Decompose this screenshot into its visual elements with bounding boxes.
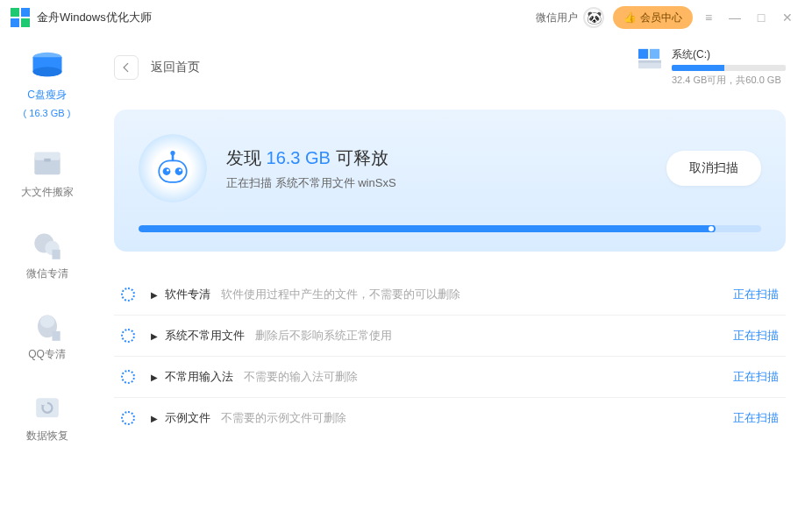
banner-prefix: 发现 bbox=[226, 148, 267, 167]
svg-rect-11 bbox=[36, 398, 59, 417]
spinner-icon bbox=[121, 287, 135, 301]
list-item[interactable]: ▶ 不常用输入法 不需要的输入法可删除 正在扫描 bbox=[114, 357, 786, 398]
main-panel: 返回首页 系统(C:) 32.4 GB可用，共60.0 GB bbox=[95, 35, 805, 532]
list-item[interactable]: ▶ 系统不常用文件 删除后不影响系统正常使用 正在扫描 bbox=[114, 316, 786, 357]
spinner-icon bbox=[121, 329, 135, 343]
sidebar-item-recovery[interactable]: 数据恢复 bbox=[0, 387, 94, 449]
row-desc: 不需要的示例文件可删除 bbox=[221, 410, 346, 426]
row-desc: 删除后不影响系统正常使用 bbox=[255, 328, 392, 344]
sidebar: C盘瘦身 ( 16.3 GB ) 大文件搬家 微信专清 QQ专清 数 bbox=[0, 35, 95, 532]
drive-info: 系统(C:) 32.4 GB可用，共60.0 GB bbox=[637, 47, 786, 87]
spinner-icon bbox=[121, 370, 135, 384]
back-button[interactable] bbox=[114, 55, 139, 80]
top-nav: 返回首页 系统(C:) 32.4 GB可用，共60.0 GB bbox=[95, 35, 805, 94]
row-desc: 软件使用过程中产生的文件，不需要的可以删除 bbox=[221, 287, 460, 302]
row-title: 不常用输入法 bbox=[165, 369, 233, 385]
app-logo-icon bbox=[11, 8, 30, 27]
sidebar-item-qq[interactable]: QQ专清 bbox=[0, 305, 94, 367]
avatar[interactable]: 🐼 bbox=[583, 7, 604, 28]
svg-rect-17 bbox=[172, 154, 175, 160]
sidebar-item-cdisk[interactable]: C盘瘦身 ( 16.3 GB ) bbox=[0, 46, 94, 124]
sidebar-item-sub: ( 16.3 GB ) bbox=[24, 108, 71, 118]
sidebar-item-label: 数据恢复 bbox=[26, 429, 68, 443]
windows-drive-icon bbox=[637, 47, 663, 70]
robot-icon bbox=[139, 134, 207, 202]
banner-subtitle: 正在扫描 系统不常用文件 winSxS bbox=[226, 175, 647, 191]
box-icon bbox=[28, 148, 67, 180]
row-title: 系统不常用文件 bbox=[165, 328, 245, 344]
svg-rect-14 bbox=[638, 49, 648, 59]
close-icon[interactable]: ✕ bbox=[780, 11, 794, 25]
disk-icon bbox=[28, 51, 67, 82]
svg-rect-4 bbox=[44, 159, 50, 162]
wechat-clean-icon bbox=[28, 230, 67, 261]
titlebar: 金舟Windows优化大师 微信用户 🐼 👍 会员中心 ≡ ― □ ✕ bbox=[0, 0, 805, 35]
chevron-right-icon: ▶ bbox=[151, 372, 158, 382]
svg-rect-10 bbox=[52, 331, 60, 341]
row-status: 正在扫描 bbox=[733, 369, 779, 385]
sidebar-item-label: QQ专清 bbox=[28, 347, 66, 362]
window-controls: ≡ ― □ ✕ bbox=[702, 11, 794, 25]
back-label[interactable]: 返回首页 bbox=[151, 60, 200, 75]
row-desc: 不需要的输入法可删除 bbox=[244, 369, 358, 385]
chevron-right-icon: ▶ bbox=[151, 414, 158, 423]
row-status: 正在扫描 bbox=[733, 410, 779, 426]
svg-point-1 bbox=[32, 67, 61, 76]
thumbs-up-icon: 👍 bbox=[623, 11, 637, 24]
svg-point-20 bbox=[175, 167, 183, 175]
scan-banner: 发现 16.3 GB 可释放 正在扫描 系统不常用文件 winSxS 取消扫描 bbox=[114, 110, 786, 252]
row-title: 示例文件 bbox=[165, 410, 210, 426]
spinner-icon bbox=[121, 411, 135, 425]
drive-name: 系统(C:) bbox=[672, 47, 786, 62]
svg-point-21 bbox=[167, 169, 169, 172]
cancel-scan-button[interactable]: 取消扫描 bbox=[666, 151, 761, 186]
row-title: 软件专清 bbox=[165, 287, 210, 302]
sidebar-item-wechat[interactable]: 微信专清 bbox=[0, 224, 94, 287]
banner-title: 发现 16.3 GB 可释放 bbox=[226, 146, 647, 170]
vip-label: 会员中心 bbox=[640, 11, 682, 25]
vip-button[interactable]: 👍 会员中心 bbox=[613, 6, 693, 29]
svg-rect-15 bbox=[650, 49, 659, 59]
svg-rect-7 bbox=[52, 250, 60, 259]
banner-suffix: 可释放 bbox=[331, 148, 388, 167]
menu-icon[interactable]: ≡ bbox=[702, 11, 716, 25]
arrow-left-icon bbox=[120, 61, 132, 74]
maximize-icon[interactable]: □ bbox=[754, 11, 768, 25]
minimize-icon[interactable]: ― bbox=[728, 11, 742, 25]
sidebar-item-bigfile[interactable]: 大文件搬家 bbox=[0, 143, 94, 205]
user-label: 微信用户 bbox=[536, 11, 578, 25]
scan-progress-bar bbox=[139, 225, 761, 232]
list-item[interactable]: ▶ 软件专清 软件使用过程中产生的文件，不需要的可以删除 正在扫描 bbox=[114, 274, 786, 316]
row-status: 正在扫描 bbox=[733, 287, 779, 302]
drive-usage-bar bbox=[672, 65, 786, 71]
sidebar-item-label: 微信专清 bbox=[26, 266, 68, 281]
banner-size: 16.3 GB bbox=[267, 148, 331, 167]
svg-point-22 bbox=[179, 169, 182, 172]
chevron-right-icon: ▶ bbox=[151, 331, 158, 341]
drive-sub: 32.4 GB可用，共60.0 GB bbox=[672, 74, 786, 87]
svg-rect-13 bbox=[638, 60, 661, 63]
recovery-icon bbox=[28, 392, 67, 423]
app-title: 金舟Windows优化大师 bbox=[37, 10, 152, 25]
sidebar-item-label: 大文件搬家 bbox=[21, 185, 74, 200]
list-item[interactable]: ▶ 示例文件 不需要的示例文件可删除 正在扫描 bbox=[114, 398, 786, 438]
sidebar-item-label: C盘瘦身 bbox=[27, 88, 67, 103]
row-status: 正在扫描 bbox=[733, 328, 779, 344]
svg-point-9 bbox=[39, 316, 53, 329]
qq-clean-icon bbox=[28, 310, 67, 342]
svg-point-19 bbox=[163, 167, 171, 175]
scan-list: ▶ 软件专清 软件使用过程中产生的文件，不需要的可以删除 正在扫描 ▶ 系统不常… bbox=[95, 260, 805, 452]
chevron-right-icon: ▶ bbox=[151, 290, 158, 300]
